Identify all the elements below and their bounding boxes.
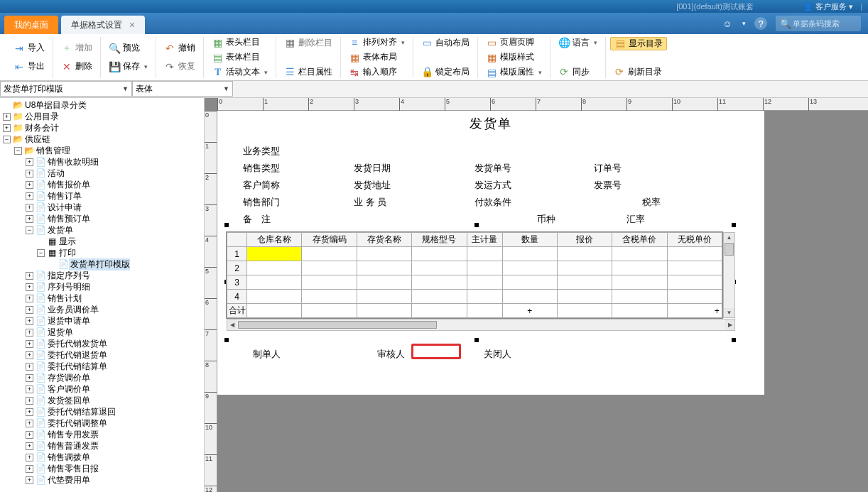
input-order-button[interactable]: ↹输入顺序	[345, 66, 408, 78]
label-taxrate[interactable]: 税率	[642, 196, 661, 209]
label-orderno[interactable]: 订单号	[594, 162, 622, 175]
delete-button[interactable]: ✕删除	[58, 59, 96, 75]
tree-node[interactable]: −📂供应链	[0, 133, 204, 145]
tree-node[interactable]: 📄发货单打印模版	[0, 258, 204, 270]
delete-column-button[interactable]: ▦删除栏目	[281, 37, 336, 49]
designer-pane[interactable]: 012345678910111213 0123456789101112 发货单 …	[205, 98, 868, 492]
section-combo[interactable]: 表体▼	[132, 81, 233, 97]
tree-node[interactable]: −▦打印	[0, 247, 204, 258]
label-shipno[interactable]: 发货单号	[474, 162, 511, 175]
service-link[interactable]: 👤 客户服务 ▾	[803, 1, 853, 12]
label-addr[interactable]: 发货地址	[354, 179, 391, 192]
header-footer-button[interactable]: ▭页眉页脚	[482, 36, 546, 48]
col-invcode[interactable]: 存货编码	[302, 233, 357, 247]
tree-node[interactable]: +📁公用目录	[0, 111, 204, 122]
tree-node[interactable]: ▦显示	[0, 236, 204, 247]
lock-layout-button[interactable]: 🔒锁定布局	[418, 66, 473, 78]
tree-node[interactable]: −📂销售管理	[0, 145, 204, 156]
sum-row[interactable]: 合计++	[227, 304, 722, 318]
barcode-search[interactable]: 🔍	[776, 16, 861, 31]
revoke-button[interactable]: ↶撤销	[161, 40, 199, 56]
tree-node[interactable]: +📄退货单	[0, 327, 204, 338]
template-combo[interactable]: 发货单打印模版▼	[0, 81, 132, 97]
preview-button[interactable]: 🔍预览	[105, 40, 151, 56]
language-button[interactable]: 🌐语言▾	[555, 37, 601, 49]
tree-node[interactable]: +📄销售收款明细	[0, 156, 204, 168]
col-warehouse[interactable]: 仓库名称	[247, 233, 302, 247]
col-uom[interactable]: 主计量	[467, 233, 502, 247]
label-currency[interactable]: 币种	[537, 213, 555, 226]
doc-title[interactable]: 发货单	[217, 115, 764, 132]
auto-layout-button[interactable]: ▭自动布局	[418, 37, 473, 49]
align-button[interactable]: ≡排列对齐▾	[345, 36, 408, 48]
add-button[interactable]: ＋增加	[58, 40, 96, 56]
tree-node[interactable]: 📂U8单据目录分类	[0, 99, 204, 111]
table-row[interactable]: 1	[227, 247, 722, 261]
tree-node[interactable]: +📄指定序列号	[0, 270, 204, 281]
tree-node[interactable]: +📄设计申请	[0, 202, 204, 213]
grid-vscroll[interactable]: ▲▼	[723, 232, 735, 318]
tree-node[interactable]: +📄活动	[0, 168, 204, 179]
label-clerk[interactable]: 业 务 员	[354, 196, 386, 209]
label-biztype[interactable]: 业务类型	[243, 145, 280, 158]
column-attr-button[interactable]: ☰栏目属性	[281, 66, 336, 78]
body-layout-button[interactable]: ▦表体布局	[345, 51, 408, 63]
tree-node[interactable]: +📄存货调价单	[0, 372, 204, 383]
label-invoice[interactable]: 发票号	[594, 179, 622, 192]
body-grid[interactable]: 仓库名称 存货编码 存货名称 规格型号 主计量 数量 报价 含税单价 无税单价 …	[226, 231, 723, 319]
tree-node[interactable]: +📄销售普通发票	[0, 440, 204, 452]
export-button[interactable]: ⇤导出	[10, 59, 48, 75]
active-text-button[interactable]: 𝐓活动文本▾	[208, 66, 271, 78]
tree-node[interactable]: +📄委托代销发货单	[0, 338, 204, 349]
col-invname[interactable]: 存货名称	[357, 233, 411, 247]
col-qty[interactable]: 数量	[502, 233, 557, 247]
label-auditor[interactable]: 审核人	[377, 348, 405, 361]
label-maker[interactable]: 制单人	[253, 348, 281, 361]
canvas[interactable]: 发货单 业务类型 销售类型 发货日期 发货单号 订单号 客户简称 发货地址 发运…	[217, 111, 764, 395]
tree-node[interactable]: +📄委托代销退货单	[0, 349, 204, 361]
tree-node[interactable]: +📄代垫费用单	[0, 474, 204, 486]
help-icon[interactable]: ?	[754, 17, 767, 30]
col-quote[interactable]: 报价	[557, 233, 612, 247]
body-columns-button[interactable]: ▤表体栏目	[208, 51, 271, 63]
template-attr-button[interactable]: ▤模版属性▾	[482, 66, 546, 78]
tree-node[interactable]: +📄销售零售日报	[0, 463, 204, 474]
tree-node[interactable]: +📄序列号明细	[0, 281, 204, 293]
col-taxprice[interactable]: 含税单价	[612, 233, 667, 247]
col-notaxprice[interactable]: 无税单价	[667, 233, 722, 247]
import-button[interactable]: ⇥导入	[10, 40, 48, 56]
show-toc-button[interactable]: ▤显示目录	[610, 37, 667, 50]
label-closer[interactable]: 关闭人	[484, 348, 511, 361]
label-dept[interactable]: 销售部门	[243, 196, 280, 209]
tree-node[interactable]: +📄业务员调价单	[0, 304, 204, 315]
tab-desktop[interactable]: 我的桌面	[4, 16, 58, 34]
template-style-button[interactable]: ▦模版样式	[482, 51, 546, 63]
refresh-toc-button[interactable]: ⟳刷新目录	[610, 66, 667, 78]
tree-node[interactable]: +📄委托代销结算单	[0, 361, 204, 372]
col-spec[interactable]: 规格型号	[412, 233, 467, 247]
tree-node[interactable]: +📄销售预订单	[0, 213, 204, 224]
tree-node[interactable]: +📁财务会计	[0, 122, 204, 133]
barcode-search-input[interactable]	[791, 18, 859, 28]
tree-node[interactable]: +📄销售订单	[0, 190, 204, 202]
tree-node[interactable]: +📄客户调价单	[0, 383, 204, 395]
feedback-icon[interactable]: ☺	[721, 17, 734, 30]
grid-hscroll[interactable]: ◀▶	[227, 319, 735, 331]
sync-button[interactable]: ⟳同步	[555, 66, 601, 78]
label-shipmethod[interactable]: 发运方式	[474, 179, 511, 192]
tree-node[interactable]: +📄委托代销调整单	[0, 417, 204, 429]
label-cust[interactable]: 客户简称	[243, 179, 280, 192]
label-shipdate[interactable]: 发货日期	[354, 162, 391, 175]
tree-node[interactable]: +📄发货签回单	[0, 395, 204, 406]
table-row[interactable]: 2	[227, 261, 722, 275]
close-icon[interactable]: ×	[129, 19, 135, 31]
tree-node[interactable]: +📄销售调拨单	[0, 452, 204, 463]
tree-node[interactable]: +📄委托代销结算退回	[0, 406, 204, 417]
tree-node[interactable]: +📄销售报价单	[0, 179, 204, 190]
label-payterm[interactable]: 付款条件	[474, 196, 511, 209]
table-row[interactable]: 3	[227, 275, 722, 290]
restore-button[interactable]: ↷恢复	[161, 59, 199, 75]
head-columns-button[interactable]: ▦表头栏目	[208, 36, 271, 48]
save-button[interactable]: 💾保存▾	[105, 59, 151, 75]
catalog-tree[interactable]: 📂U8单据目录分类+📁公用目录+📁财务会计−📂供应链−📂销售管理+📄销售收款明细…	[0, 98, 205, 492]
